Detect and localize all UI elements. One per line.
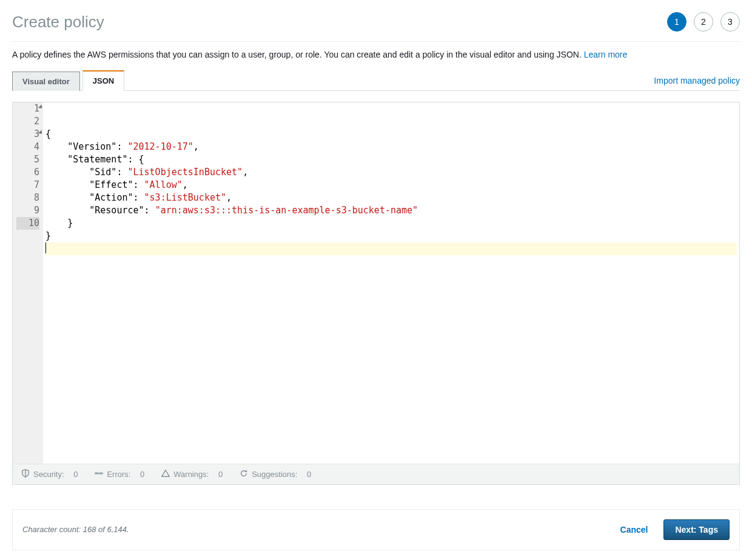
json-editor[interactable]: 12345678910 { "Version": "2012-10-17", "…	[13, 102, 739, 464]
refresh-icon	[240, 469, 248, 479]
json-editor-container: 12345678910 { "Version": "2012-10-17", "…	[12, 102, 740, 485]
character-count: Character count: 168 of 6,144.	[22, 525, 129, 534]
footer-bar: Character count: 168 of 6,144. Cancel Ne…	[12, 509, 740, 550]
status-security-count: 0	[73, 470, 78, 479]
code-line[interactable]: }	[45, 230, 737, 242]
code-line[interactable]: {	[45, 128, 737, 141]
line-number: 1	[16, 102, 39, 115]
editor-status-bar: Security: 0 Errors: 0 Warnings: 0 Sugges…	[13, 464, 739, 484]
text-cursor	[45, 242, 46, 253]
import-managed-policy-link[interactable]: Import managed policy	[654, 76, 740, 90]
editor-tabs: Visual editor JSON Import managed policy	[12, 70, 740, 91]
line-number: 6	[16, 166, 39, 179]
status-security[interactable]: Security: 0	[21, 469, 78, 479]
resize-handle-icon[interactable]	[731, 455, 738, 462]
code-line[interactable]: "Effect": "Allow",	[45, 179, 737, 192]
line-number: 2	[16, 115, 39, 128]
tab-json[interactable]: JSON	[82, 70, 124, 91]
code-line[interactable]: }	[45, 217, 737, 230]
status-suggestions-label: Suggestions:	[252, 470, 297, 479]
line-number: 8	[16, 192, 39, 204]
svg-rect-1	[99, 473, 102, 474]
status-errors-count: 0	[140, 470, 144, 479]
status-errors-label: Errors:	[107, 470, 130, 479]
line-number: 7	[16, 179, 39, 192]
status-warnings-label: Warnings:	[173, 470, 209, 479]
code-line[interactable]: "Version": "2012-10-17",	[45, 141, 737, 153]
learn-more-link[interactable]: Learn more	[584, 50, 628, 59]
line-number: 3	[16, 128, 39, 141]
line-number: 5	[16, 153, 39, 166]
step-1[interactable]: 1	[667, 12, 687, 32]
code-line[interactable]	[45, 242, 737, 255]
line-number: 10	[16, 217, 39, 230]
description-text: A policy defines the AWS permissions tha…	[12, 50, 584, 59]
step-3[interactable]: 3	[720, 12, 740, 32]
error-icon	[95, 469, 103, 479]
warning-icon	[161, 469, 170, 479]
status-suggestions-count: 0	[307, 470, 311, 479]
line-number: 4	[16, 141, 39, 153]
status-warnings-count: 0	[218, 470, 223, 479]
step-indicator: 123	[667, 12, 740, 32]
status-suggestions[interactable]: Suggestions: 0	[240, 469, 311, 479]
status-security-label: Security:	[33, 470, 64, 479]
editor-code-area[interactable]: { "Version": "2012-10-17", "Statement": …	[43, 102, 739, 464]
editor-gutter: 12345678910	[13, 102, 43, 464]
svg-rect-0	[95, 473, 98, 474]
tab-visual-editor[interactable]: Visual editor	[12, 72, 80, 91]
code-line[interactable]: "Statement": {	[45, 153, 737, 166]
cancel-button[interactable]: Cancel	[614, 520, 654, 539]
code-line[interactable]: "Resource": "arn:aws:s3:::this-is-an-exa…	[45, 204, 737, 217]
page-title: Create policy	[12, 13, 104, 32]
next-tags-button[interactable]: Next: Tags	[663, 519, 730, 540]
code-line[interactable]: "Sid": "ListObjectsInBucket",	[45, 166, 737, 179]
shield-icon	[21, 469, 30, 479]
line-number: 9	[16, 204, 39, 217]
step-2[interactable]: 2	[694, 12, 713, 32]
status-errors[interactable]: Errors: 0	[95, 469, 144, 479]
status-warnings[interactable]: Warnings: 0	[161, 469, 223, 479]
code-line[interactable]: "Action": "s3:ListBucket",	[45, 192, 737, 204]
policy-description: A policy defines the AWS permissions tha…	[12, 49, 740, 61]
